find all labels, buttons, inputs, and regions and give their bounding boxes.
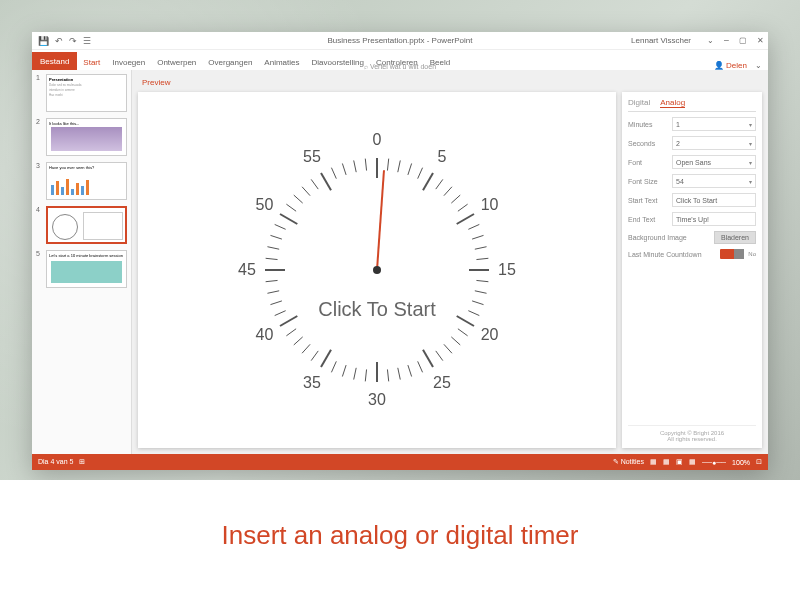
svg-line-20 bbox=[457, 316, 474, 326]
row-seconds: Seconds 2▾ bbox=[628, 136, 756, 150]
file-tab[interactable]: Bestand bbox=[32, 52, 77, 70]
svg-line-3 bbox=[408, 163, 412, 174]
slide-canvas[interactable]: Click To Start 0510152025303540455055 bbox=[138, 92, 616, 448]
zoom-level[interactable]: 100% bbox=[732, 459, 750, 466]
view-normal-icon[interactable]: ▦ bbox=[650, 458, 657, 466]
clock-number: 40 bbox=[256, 326, 274, 344]
qat-more-icon[interactable]: ☰ bbox=[83, 36, 91, 46]
tab-diavoorstelling[interactable]: Diavoorstelling bbox=[305, 55, 369, 70]
view-reading-icon[interactable]: ▣ bbox=[676, 458, 683, 466]
svg-line-17 bbox=[475, 291, 487, 293]
thumb-1[interactable]: 1 PresentationDolor sed eu malesuadainte… bbox=[36, 74, 127, 112]
thumb-5[interactable]: 5 Let's start a 10 minute brainstorm ses… bbox=[36, 250, 127, 288]
save-icon[interactable]: 💾 bbox=[38, 36, 49, 46]
endtext-input[interactable]: Time's Up! bbox=[672, 212, 756, 226]
svg-line-40 bbox=[280, 316, 297, 326]
svg-line-55 bbox=[321, 173, 331, 190]
clock-number: 0 bbox=[373, 131, 382, 149]
svg-line-29 bbox=[387, 369, 388, 381]
font-select[interactable]: Open Sans▾ bbox=[672, 155, 756, 169]
svg-line-7 bbox=[444, 187, 452, 196]
svg-line-41 bbox=[275, 311, 286, 316]
row-font: Font Open Sans▾ bbox=[628, 155, 756, 169]
svg-line-2 bbox=[398, 160, 400, 172]
clock-number: 35 bbox=[303, 374, 321, 392]
svg-line-46 bbox=[266, 258, 278, 259]
thumb-4[interactable]: 4 bbox=[36, 206, 127, 244]
svg-line-27 bbox=[408, 365, 412, 376]
svg-line-25 bbox=[423, 350, 433, 367]
status-bar: Dia 4 van 5 ⊞ ✎ Notities ▦ ▦ ▣ ▦ ──●── 1… bbox=[32, 454, 768, 470]
minutes-input[interactable]: 1▾ bbox=[672, 117, 756, 131]
tab-analog[interactable]: Analog bbox=[660, 98, 685, 108]
quick-access-toolbar: 💾 ↶ ↷ ☰ bbox=[32, 36, 91, 46]
svg-line-23 bbox=[444, 344, 452, 353]
timer-settings-panel: Digital Analog Minutes 1▾ Seconds 2▾ Fon… bbox=[622, 92, 762, 448]
undo-icon[interactable]: ↶ bbox=[55, 36, 63, 46]
browse-button[interactable]: Bladeren bbox=[714, 231, 756, 244]
tell-me-search[interactable]: ⌕ Vertel wat u wilt doen bbox=[364, 63, 436, 70]
tab-digital[interactable]: Digital bbox=[628, 98, 650, 108]
svg-line-35 bbox=[321, 350, 331, 367]
svg-line-44 bbox=[266, 280, 278, 281]
svg-line-21 bbox=[458, 329, 468, 336]
share-area: 👤 Delen ⌄ bbox=[714, 61, 762, 70]
svg-line-37 bbox=[302, 344, 310, 353]
svg-line-33 bbox=[342, 365, 346, 376]
maximize-icon[interactable]: ▢ bbox=[739, 36, 747, 45]
svg-line-42 bbox=[270, 301, 281, 305]
share-button[interactable]: 👤 Delen bbox=[714, 61, 747, 70]
zoom-slider[interactable]: ──●── bbox=[702, 459, 726, 466]
ribbon: Bestand Start Invoegen Ontwerpen Overgan… bbox=[32, 50, 768, 70]
svg-line-53 bbox=[302, 187, 310, 196]
thumb-2[interactable]: 2 It looks like this... bbox=[36, 118, 127, 156]
preview-label: Preview bbox=[142, 78, 170, 87]
clock-start-text[interactable]: Click To Start bbox=[318, 298, 435, 321]
clock-number: 50 bbox=[256, 196, 274, 214]
svg-line-57 bbox=[342, 163, 346, 174]
ribbon-options-icon[interactable]: ⌄ bbox=[707, 36, 714, 45]
clock-center-dot bbox=[373, 266, 381, 274]
tab-start[interactable]: Start bbox=[77, 55, 106, 70]
view-sorter-icon[interactable]: ▦ bbox=[663, 458, 670, 466]
content-area: 1 PresentationDolor sed eu malesuadainte… bbox=[32, 70, 768, 454]
user-name[interactable]: Lennart Visscher bbox=[631, 36, 691, 45]
svg-line-1 bbox=[387, 159, 388, 171]
tab-invoegen[interactable]: Invoegen bbox=[106, 55, 151, 70]
svg-line-10 bbox=[457, 214, 474, 224]
svg-line-48 bbox=[270, 235, 281, 239]
title-bar: 💾 ↶ ↷ ☰ Business Presentation.pptx - Pow… bbox=[32, 32, 768, 50]
svg-line-13 bbox=[475, 247, 487, 249]
svg-line-38 bbox=[294, 337, 303, 345]
slide-counter: Dia 4 van 5 ⊞ bbox=[38, 458, 85, 466]
svg-line-5 bbox=[423, 173, 433, 190]
notes-button[interactable]: ✎ Notities bbox=[613, 458, 644, 466]
tab-animaties[interactable]: Animaties bbox=[258, 55, 305, 70]
redo-icon[interactable]: ↷ bbox=[69, 36, 77, 46]
row-bg: Background Image Bladeren bbox=[628, 231, 756, 244]
thumb-3[interactable]: 3 Have you ever seen this? bbox=[36, 162, 127, 200]
close-icon[interactable]: ✕ bbox=[757, 36, 764, 45]
starttext-input[interactable]: Click To Start bbox=[672, 193, 756, 207]
row-minutes: Minutes 1▾ bbox=[628, 117, 756, 131]
fit-icon[interactable]: ⊡ bbox=[756, 458, 762, 466]
countdown-toggle[interactable] bbox=[720, 249, 744, 259]
tab-overgangen[interactable]: Overgangen bbox=[202, 55, 258, 70]
row-countdown: Last Minute Countdown No bbox=[628, 249, 756, 259]
fontsize-input[interactable]: 54▾ bbox=[672, 174, 756, 188]
minimize-icon[interactable]: ⎼ bbox=[724, 36, 729, 45]
svg-line-43 bbox=[267, 291, 279, 293]
row-fontsize: Font Size 54▾ bbox=[628, 174, 756, 188]
view-slideshow-icon[interactable]: ▦ bbox=[689, 458, 696, 466]
svg-line-11 bbox=[468, 224, 479, 229]
clock-number: 45 bbox=[238, 261, 256, 279]
svg-line-49 bbox=[275, 224, 286, 229]
seconds-input[interactable]: 2▾ bbox=[672, 136, 756, 150]
svg-line-54 bbox=[311, 179, 318, 189]
svg-line-19 bbox=[468, 311, 479, 316]
svg-line-34 bbox=[331, 361, 336, 372]
comments-icon[interactable]: ⌄ bbox=[755, 61, 762, 70]
panel-footer: Copyright © Bright 2016 All rights reser… bbox=[628, 425, 756, 442]
analog-clock[interactable]: Click To Start 0510152025303540455055 bbox=[237, 130, 517, 410]
tab-ontwerpen[interactable]: Ontwerpen bbox=[151, 55, 202, 70]
